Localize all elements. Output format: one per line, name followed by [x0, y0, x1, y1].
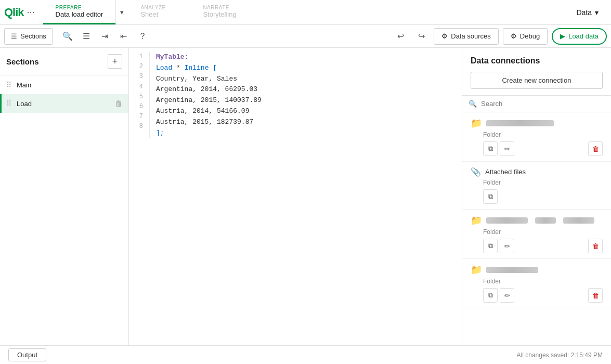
connection-item-3: 📁 Folder ⧉ ✏ 🗑 [462, 210, 611, 259]
sidebar-header: Sections + [0, 48, 128, 75]
code-editor[interactable]: 1 2 3 4 5 6 7 8 MyTable: Load * Inline [… [129, 48, 462, 345]
line-num-3: 3 [129, 72, 143, 82]
connection-1-edit-button[interactable]: ✏ [500, 141, 514, 156]
line-num-7: 7 [129, 112, 143, 122]
connection-1-name [486, 120, 554, 126]
connection-2-actions: ⧉ [483, 189, 603, 204]
connection-1-actions: ⧉ ✏ 🗑 [483, 141, 603, 156]
sidebar-item-label-load: Load [17, 100, 110, 108]
connection-3-copy-button[interactable]: ⧉ [483, 239, 498, 253]
folder-icon-3: 📁 [471, 215, 482, 226]
search-button[interactable]: 🔍 [59, 28, 76, 45]
debug-button[interactable]: ⚙ Debug [503, 28, 548, 45]
create-connection-button[interactable]: Create new connection [471, 72, 603, 89]
tab-narrate-main: Storytelling [203, 10, 240, 18]
sidebar: Sections + Main Load 🗑 [0, 48, 129, 345]
connection-2-type: Folder [483, 179, 603, 186]
code-line-6: Austria, 2014, 54166.09 [156, 106, 462, 117]
undo-button[interactable]: ↩ [392, 28, 409, 45]
format-button[interactable]: ☰ [78, 28, 95, 45]
toolbar-right: ↩ ↪ ⚙ Data sources ⚙ Debug ▶ Load data [392, 28, 607, 45]
data-dropdown-chevron: ▾ [595, 8, 599, 17]
sidebar-item-load[interactable]: Load 🗑 [0, 94, 128, 113]
folder-icon-1: 📁 [471, 118, 482, 129]
qlik-logo-text: Qlik [4, 6, 24, 19]
connection-item-1: 📁 Folder ⧉ ✏ 🗑 [462, 112, 611, 162]
connection-1-delete-button[interactable]: 🗑 [588, 141, 603, 156]
line-numbers: 1 2 3 4 5 6 7 8 [129, 52, 150, 138]
paperclip-icon: 📎 [471, 167, 481, 177]
connection-4-header: 📁 [471, 264, 603, 276]
code-header: Country, Year, Sales [156, 75, 237, 83]
line-num-5: 5 [129, 92, 143, 102]
data-sources-icon: ⚙ [441, 32, 448, 40]
indent-button[interactable]: ⇥ [97, 28, 113, 45]
code-bracket: [ [209, 64, 217, 72]
connection-item-4: 📁 Folder ⧉ ✏ 🗑 [462, 259, 611, 308]
load-data-button[interactable]: ▶ Load data [552, 28, 607, 45]
sidebar-item-main[interactable]: Main [0, 75, 128, 94]
code-row-1: Argentina, 2014, 66295.03 [156, 85, 257, 93]
code-load: Load [156, 64, 172, 72]
data-dropdown-label: Data [576, 8, 592, 17]
connection-1-copy-button[interactable]: ⧉ [483, 141, 498, 156]
tab-prepare-dropdown[interactable]: ▾ [115, 0, 128, 24]
top-nav: Qlik ··· Prepare Data load editor ▾ Anal… [0, 0, 611, 25]
data-sources-button[interactable]: ⚙ Data sources [434, 28, 499, 45]
delete-section-icon[interactable]: 🗑 [115, 99, 122, 108]
search-input[interactable] [481, 100, 605, 108]
connection-4-delete-button[interactable]: 🗑 [588, 288, 603, 303]
connection-2-copy-button[interactable]: ⧉ [483, 189, 498, 204]
right-panel-header: Data connections Create new connection [462, 48, 611, 96]
data-dropdown[interactable]: Data ▾ [568, 8, 607, 17]
tab-prepare-main: Data load editor [56, 10, 103, 18]
tab-narrate-small: Narrate [203, 5, 240, 10]
line-num-6: 6 [129, 102, 143, 112]
connection-1-type: Folder [483, 131, 603, 138]
code-line-1: MyTable: [156, 52, 462, 63]
help-button[interactable]: ? [134, 28, 151, 45]
output-button[interactable]: Output [8, 348, 46, 361]
sections-icon: ☰ [11, 32, 17, 40]
code-line-4: Argentina, 2014, 66295.03 [156, 84, 462, 95]
tab-narrate[interactable]: Narrate Storytelling [190, 0, 253, 24]
code-mytable: MyTable: [156, 53, 188, 61]
data-connections-title: Data connections [471, 56, 603, 66]
status-text: All changes saved: 2:15:49 PM [517, 352, 603, 359]
nav-tabs: Prepare Data load editor ▾ Analyze Sheet… [43, 0, 253, 24]
load-data-label: Load data [568, 32, 599, 40]
add-section-button[interactable]: + [108, 54, 122, 69]
sidebar-title: Sections [6, 57, 39, 66]
data-sources-label: Data sources [451, 32, 491, 40]
connection-3-header: 📁 [471, 215, 603, 226]
connection-4-name [486, 267, 538, 273]
code-line-5: Argentina, 2015, 140037.89 [156, 95, 462, 106]
redo-button[interactable]: ↪ [413, 28, 430, 45]
tab-prepare[interactable]: Prepare Data load editor [43, 0, 116, 24]
debug-icon: ⚙ [511, 32, 517, 40]
sidebar-item-label-main: Main [17, 81, 122, 89]
search-box: 🔍 [462, 96, 611, 112]
sidebar-items: Main Load 🗑 [0, 75, 128, 345]
code-end: ]; [156, 129, 164, 137]
tab-analyze-small: Analyze [140, 5, 178, 10]
connection-4-copy-button[interactable]: ⧉ [483, 288, 498, 303]
tab-analyze[interactable]: Analyze Sheet [128, 0, 190, 24]
connection-3-edit-button[interactable]: ✏ [500, 239, 514, 253]
line-num-1: 1 [129, 52, 143, 62]
sections-toggle[interactable]: ☰ Sections [4, 28, 53, 45]
more-options-icon[interactable]: ··· [27, 7, 35, 18]
outdent-button[interactable]: ⇤ [115, 28, 132, 45]
toolbar: ☰ Sections 🔍 ☰ ⇥ ⇤ ? ↩ ↪ ⚙ Data sources … [0, 25, 611, 48]
code-row-4: Austria, 2015, 182739.87 [156, 118, 253, 126]
connection-2-name: Attached files [485, 168, 526, 176]
connection-4-edit-button[interactable]: ✏ [500, 288, 514, 303]
connection-1-header: 📁 [471, 118, 603, 129]
connection-3-delete-button[interactable]: 🗑 [588, 239, 603, 253]
folder-icon-4: 📁 [471, 264, 482, 276]
code-line-7: Austria, 2015, 182739.87 [156, 117, 462, 128]
code-line-3: Country, Year, Sales [156, 74, 462, 85]
code-star: * [172, 64, 184, 72]
main-content: Sections + Main Load 🗑 1 2 3 4 5 [0, 48, 611, 345]
connection-4-type: Folder [483, 278, 603, 285]
